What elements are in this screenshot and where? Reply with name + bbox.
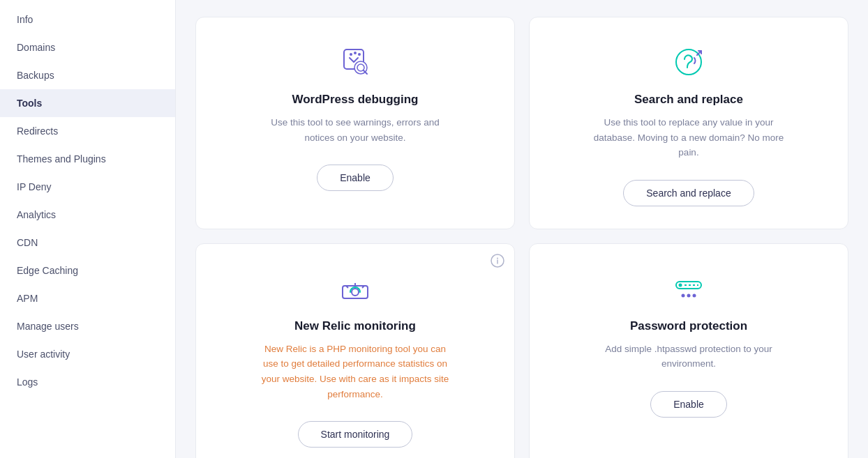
card-desc-password-protection: Add simple .htpasswd protection to your … bbox=[591, 342, 786, 372]
card-icon-password-protection bbox=[669, 269, 708, 308]
svg-point-12 bbox=[352, 289, 359, 296]
card-desc-search-and-replace: Use this tool to replace any value in yo… bbox=[591, 115, 786, 160]
sidebar-item-tools[interactable]: Tools bbox=[0, 89, 175, 117]
sidebar-item-analytics[interactable]: Analytics bbox=[0, 201, 175, 229]
svg-point-10 bbox=[497, 257, 498, 259]
sidebar-item-edge-caching[interactable]: Edge Caching bbox=[0, 257, 175, 284]
svg-point-21 bbox=[693, 293, 696, 297]
sidebar-item-info[interactable]: Info bbox=[0, 6, 175, 33]
card-desc-new-relic-monitoring: New Relic is a PHP monitoring tool you c… bbox=[257, 342, 453, 402]
tools-grid: WordPress debuggingUse this tool to see … bbox=[195, 17, 848, 458]
card-title-new-relic-monitoring: New Relic monitoring bbox=[294, 319, 416, 333]
card-new-relic-monitoring: New Relic monitoringNew Relic is a PHP m… bbox=[195, 243, 515, 458]
sidebar: InfoDomainsBackupsToolsRedirectsThemes a… bbox=[0, 0, 176, 458]
card-title-wordpress-debugging: WordPress debugging bbox=[292, 93, 418, 107]
card-icon-search-and-replace bbox=[669, 43, 708, 82]
sidebar-item-backups[interactable]: Backups bbox=[0, 61, 175, 89]
svg-point-5 bbox=[354, 52, 357, 54]
sidebar-item-manage-users[interactable]: Manage users bbox=[0, 312, 175, 340]
sidebar-item-cdn[interactable]: CDN bbox=[0, 229, 175, 257]
svg-point-20 bbox=[687, 293, 691, 297]
card-btn-wordpress-debugging[interactable]: Enable bbox=[317, 165, 394, 191]
card-search-and-replace: Search and replaceUse this tool to repla… bbox=[529, 17, 848, 229]
svg-point-6 bbox=[358, 53, 361, 56]
sidebar-item-redirects[interactable]: Redirects bbox=[0, 117, 175, 145]
card-desc-wordpress-debugging: Use this tool to see warnings, errors an… bbox=[257, 115, 453, 145]
card-icon-wordpress-debugging bbox=[336, 43, 375, 82]
main-content: WordPress debuggingUse this tool to see … bbox=[176, 0, 868, 458]
card-btn-password-protection[interactable]: Enable bbox=[650, 391, 727, 418]
svg-point-19 bbox=[682, 293, 685, 297]
card-title-search-and-replace: Search and replace bbox=[634, 93, 743, 107]
svg-point-7 bbox=[676, 49, 701, 75]
sidebar-item-logs[interactable]: Logs bbox=[0, 368, 175, 396]
info-icon bbox=[491, 254, 504, 268]
card-title-password-protection: Password protection bbox=[630, 319, 747, 333]
sidebar-item-user-activity[interactable]: User activity bbox=[0, 340, 175, 368]
sidebar-item-domains[interactable]: Domains bbox=[0, 33, 175, 61]
sidebar-item-apm[interactable]: APM bbox=[0, 284, 175, 312]
card-password-protection: Password protectionAdd simple .htpasswd … bbox=[529, 243, 848, 458]
sidebar-item-ip-deny[interactable]: IP Deny bbox=[0, 173, 175, 201]
sidebar-item-themes-plugins[interactable]: Themes and Plugins bbox=[0, 145, 175, 173]
svg-point-17 bbox=[679, 283, 682, 287]
card-btn-new-relic-monitoring[interactable]: Start monitoring bbox=[298, 421, 413, 448]
card-icon-new-relic-monitoring bbox=[336, 269, 375, 308]
svg-point-4 bbox=[350, 53, 352, 56]
card-wordpress-debugging: WordPress debuggingUse this tool to see … bbox=[195, 17, 515, 229]
card-btn-search-and-replace[interactable]: Search and replace bbox=[623, 180, 754, 206]
